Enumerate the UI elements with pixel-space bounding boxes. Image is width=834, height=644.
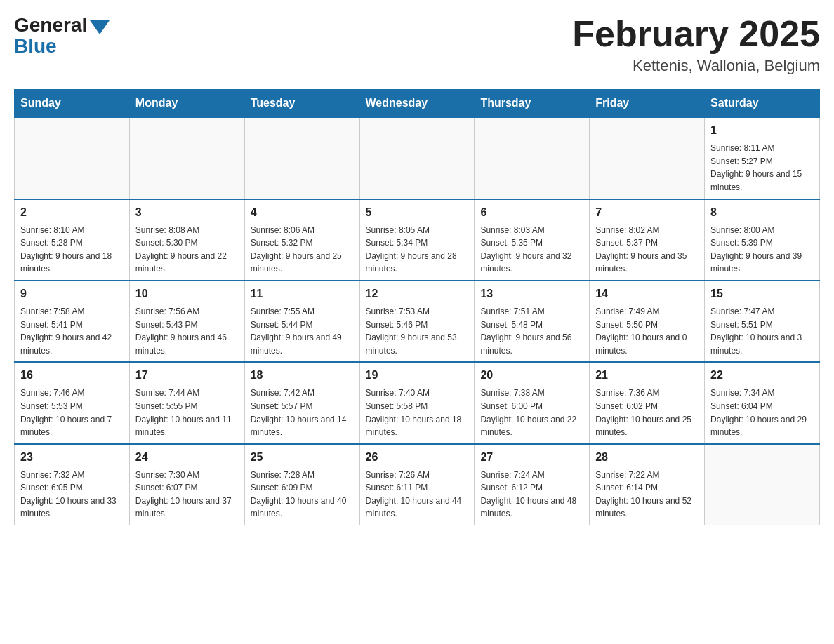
- calendar-table: SundayMondayTuesdayWednesdayThursdayFrid…: [14, 89, 820, 525]
- day-number: 2: [20, 204, 124, 221]
- calendar-cell: 22Sunrise: 7:34 AM Sunset: 6:04 PM Dayli…: [705, 362, 820, 443]
- day-info: Sunrise: 8:00 AM Sunset: 5:39 PM Dayligh…: [710, 224, 814, 276]
- day-number: 1: [710, 122, 814, 139]
- logo-triangle-icon: [90, 20, 110, 34]
- day-number: 26: [366, 449, 469, 466]
- day-number: 15: [710, 286, 814, 302]
- day-header-friday: Friday: [590, 90, 705, 118]
- day-info: Sunrise: 7:58 AM Sunset: 5:41 PM Dayligh…: [20, 305, 124, 357]
- calendar-cell: 12Sunrise: 7:53 AM Sunset: 5:46 PM Dayli…: [359, 281, 475, 362]
- day-number: 23: [20, 449, 124, 466]
- logo-general-text: General: [14, 14, 87, 36]
- day-header-thursday: Thursday: [475, 90, 590, 118]
- day-number: 20: [480, 367, 583, 384]
- calendar-cell: [590, 117, 705, 199]
- day-number: 13: [480, 286, 583, 302]
- day-info: Sunrise: 7:46 AM Sunset: 5:53 PM Dayligh…: [20, 387, 124, 438]
- day-info: Sunrise: 8:03 AM Sunset: 5:35 PM Dayligh…: [480, 224, 583, 276]
- calendar-cell: [244, 117, 359, 199]
- day-number: 10: [135, 286, 239, 302]
- day-header-tuesday: Tuesday: [244, 90, 359, 118]
- calendar-cell: 2Sunrise: 8:10 AM Sunset: 5:28 PM Daylig…: [15, 199, 130, 281]
- calendar-cell: 11Sunrise: 7:55 AM Sunset: 5:44 PM Dayli…: [244, 281, 359, 362]
- day-info: Sunrise: 7:32 AM Sunset: 6:05 PM Dayligh…: [20, 469, 124, 521]
- calendar-cell: 8Sunrise: 8:00 AM Sunset: 5:39 PM Daylig…: [705, 199, 820, 281]
- day-info: Sunrise: 7:30 AM Sunset: 6:07 PM Dayligh…: [135, 469, 239, 521]
- calendar-cell: 24Sunrise: 7:30 AM Sunset: 6:07 PM Dayli…: [129, 444, 244, 525]
- calendar-cell: 9Sunrise: 7:58 AM Sunset: 5:41 PM Daylig…: [15, 281, 130, 362]
- day-header-wednesday: Wednesday: [359, 90, 475, 118]
- title-block: February 2025 Kettenis, Wallonia, Belgiu…: [572, 14, 820, 75]
- calendar-cell: [705, 444, 820, 525]
- day-number: 12: [366, 286, 469, 302]
- day-number: 9: [20, 286, 124, 302]
- day-info: Sunrise: 7:22 AM Sunset: 6:14 PM Dayligh…: [595, 469, 699, 521]
- day-info: Sunrise: 7:47 AM Sunset: 5:51 PM Dayligh…: [710, 305, 814, 357]
- calendar-cell: 15Sunrise: 7:47 AM Sunset: 5:51 PM Dayli…: [705, 281, 820, 362]
- day-info: Sunrise: 7:40 AM Sunset: 5:58 PM Dayligh…: [366, 387, 469, 438]
- day-number: 22: [710, 367, 814, 384]
- day-info: Sunrise: 7:34 AM Sunset: 6:04 PM Dayligh…: [710, 387, 814, 438]
- day-info: Sunrise: 7:55 AM Sunset: 5:44 PM Dayligh…: [251, 305, 354, 357]
- calendar-week-4: 16Sunrise: 7:46 AM Sunset: 5:53 PM Dayli…: [15, 362, 820, 443]
- calendar-week-2: 2Sunrise: 8:10 AM Sunset: 5:28 PM Daylig…: [15, 199, 820, 281]
- day-number: 8: [710, 204, 814, 221]
- calendar-cell: 28Sunrise: 7:22 AM Sunset: 6:14 PM Dayli…: [590, 444, 705, 525]
- calendar-cell: 4Sunrise: 8:06 AM Sunset: 5:32 PM Daylig…: [244, 199, 359, 281]
- calendar-cell: 13Sunrise: 7:51 AM Sunset: 5:48 PM Dayli…: [475, 281, 590, 362]
- calendar-cell: 10Sunrise: 7:56 AM Sunset: 5:43 PM Dayli…: [129, 281, 244, 362]
- calendar-title: February 2025: [572, 14, 820, 54]
- day-number: 19: [366, 367, 469, 384]
- day-number: 16: [20, 367, 124, 384]
- page-header: General Blue February 2025 Kettenis, Wal…: [14, 14, 820, 75]
- calendar-cell: 23Sunrise: 7:32 AM Sunset: 6:05 PM Dayli…: [15, 444, 130, 525]
- calendar-cell: 16Sunrise: 7:46 AM Sunset: 5:53 PM Dayli…: [15, 362, 130, 443]
- calendar-cell: 3Sunrise: 8:08 AM Sunset: 5:30 PM Daylig…: [129, 199, 244, 281]
- day-info: Sunrise: 7:49 AM Sunset: 5:50 PM Dayligh…: [595, 305, 699, 357]
- calendar-cell: 14Sunrise: 7:49 AM Sunset: 5:50 PM Dayli…: [590, 281, 705, 362]
- day-header-monday: Monday: [129, 90, 244, 118]
- calendar-cell: 26Sunrise: 7:26 AM Sunset: 6:11 PM Dayli…: [359, 444, 475, 525]
- day-info: Sunrise: 7:28 AM Sunset: 6:09 PM Dayligh…: [251, 469, 354, 521]
- calendar-cell: 18Sunrise: 7:42 AM Sunset: 5:57 PM Dayli…: [244, 362, 359, 443]
- calendar-week-5: 23Sunrise: 7:32 AM Sunset: 6:05 PM Dayli…: [15, 444, 820, 525]
- day-number: 7: [595, 204, 699, 221]
- days-of-week-row: SundayMondayTuesdayWednesdayThursdayFrid…: [15, 90, 820, 118]
- day-info: Sunrise: 7:51 AM Sunset: 5:48 PM Dayligh…: [480, 305, 583, 357]
- calendar-week-1: 1Sunrise: 8:11 AM Sunset: 5:27 PM Daylig…: [15, 117, 820, 199]
- day-info: Sunrise: 8:11 AM Sunset: 5:27 PM Dayligh…: [710, 142, 814, 194]
- day-number: 21: [595, 367, 699, 384]
- day-info: Sunrise: 7:36 AM Sunset: 6:02 PM Dayligh…: [595, 387, 699, 438]
- day-info: Sunrise: 7:53 AM Sunset: 5:46 PM Dayligh…: [366, 305, 469, 357]
- day-info: Sunrise: 7:26 AM Sunset: 6:11 PM Dayligh…: [366, 469, 469, 521]
- day-number: 27: [480, 449, 583, 466]
- calendar-week-3: 9Sunrise: 7:58 AM Sunset: 5:41 PM Daylig…: [15, 281, 820, 362]
- calendar-cell: [15, 117, 130, 199]
- day-number: 4: [251, 204, 354, 221]
- calendar-header: SundayMondayTuesdayWednesdayThursdayFrid…: [15, 90, 820, 118]
- day-number: 6: [480, 204, 583, 221]
- calendar-cell: 5Sunrise: 8:05 AM Sunset: 5:34 PM Daylig…: [359, 199, 475, 281]
- day-info: Sunrise: 7:42 AM Sunset: 5:57 PM Dayligh…: [251, 387, 354, 438]
- day-number: 14: [595, 286, 699, 302]
- calendar-subtitle: Kettenis, Wallonia, Belgium: [572, 57, 820, 75]
- day-number: 18: [251, 367, 354, 384]
- day-info: Sunrise: 8:08 AM Sunset: 5:30 PM Dayligh…: [135, 224, 239, 276]
- calendar-cell: 7Sunrise: 8:02 AM Sunset: 5:37 PM Daylig…: [590, 199, 705, 281]
- calendar-cell: 20Sunrise: 7:38 AM Sunset: 6:00 PM Dayli…: [475, 362, 590, 443]
- calendar-cell: 6Sunrise: 8:03 AM Sunset: 5:35 PM Daylig…: [475, 199, 590, 281]
- logo-blue-text: Blue: [14, 35, 57, 58]
- day-number: 25: [251, 449, 354, 466]
- calendar-cell: 19Sunrise: 7:40 AM Sunset: 5:58 PM Dayli…: [359, 362, 475, 443]
- day-info: Sunrise: 7:56 AM Sunset: 5:43 PM Dayligh…: [135, 305, 239, 357]
- day-number: 11: [251, 286, 354, 302]
- calendar-cell: 21Sunrise: 7:36 AM Sunset: 6:02 PM Dayli…: [590, 362, 705, 443]
- calendar-cell: 27Sunrise: 7:24 AM Sunset: 6:12 PM Dayli…: [475, 444, 590, 525]
- calendar-cell: 1Sunrise: 8:11 AM Sunset: 5:27 PM Daylig…: [705, 117, 820, 199]
- day-header-saturday: Saturday: [705, 90, 820, 118]
- calendar-cell: 25Sunrise: 7:28 AM Sunset: 6:09 PM Dayli…: [244, 444, 359, 525]
- day-info: Sunrise: 7:38 AM Sunset: 6:00 PM Dayligh…: [480, 387, 583, 438]
- logo: General Blue: [14, 14, 110, 58]
- day-number: 5: [366, 204, 469, 221]
- day-info: Sunrise: 8:10 AM Sunset: 5:28 PM Dayligh…: [20, 224, 124, 276]
